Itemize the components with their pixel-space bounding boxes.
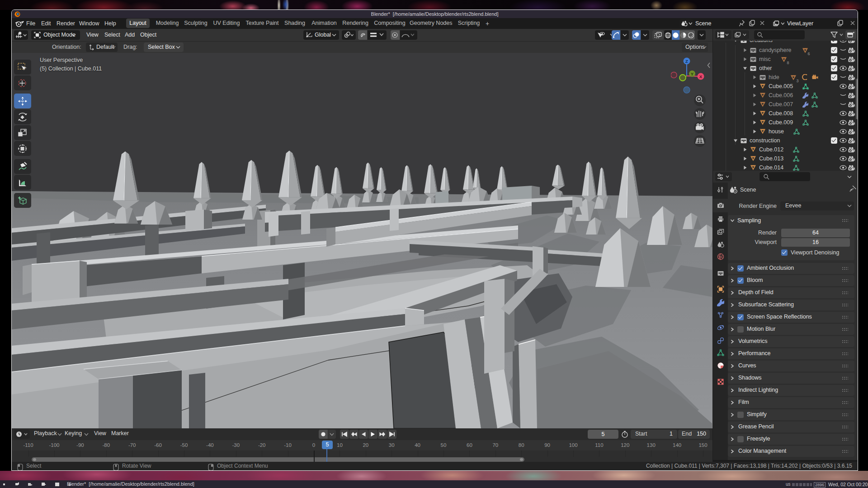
svg-text:Y: Y: [691, 71, 694, 76]
svg-text:X: X: [699, 74, 703, 79]
svg-text:Z: Z: [685, 59, 688, 64]
